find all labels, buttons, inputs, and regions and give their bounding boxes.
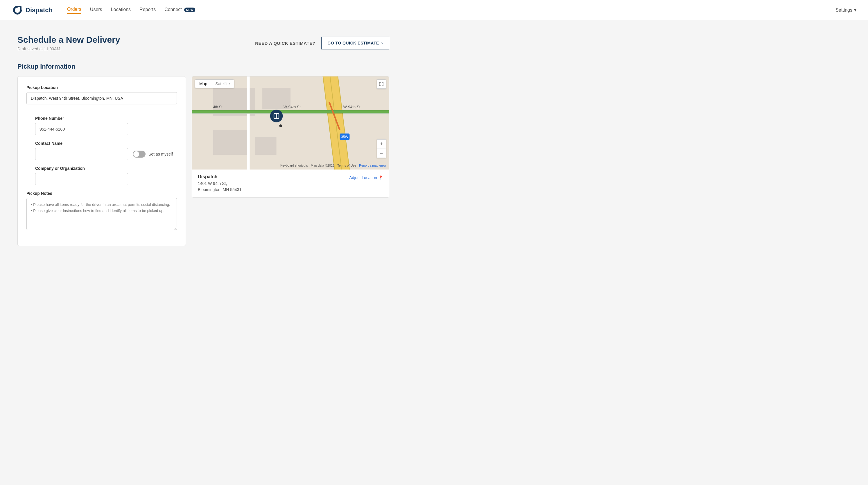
- page-title-area: Schedule a New Delivery Draft saved at 1…: [18, 35, 120, 51]
- map-svg: W-94th St W-94th St 4th St 35W: [192, 77, 389, 170]
- map-footer: Dispatch 1401 W 94th St, Bloomington, MN…: [192, 170, 389, 197]
- draft-saved: Draft saved at 11:00AM.: [18, 47, 120, 51]
- nav-item-connect[interactable]: Connect NEW: [164, 7, 195, 13]
- nav-item-orders[interactable]: Orders: [67, 7, 81, 14]
- map-tabs: Map Satellite: [195, 79, 234, 88]
- map-data-text: Map data ©2022: [311, 164, 335, 167]
- svg-text:W-94th St: W-94th St: [343, 105, 361, 109]
- logo-text: Dispatch: [26, 6, 53, 14]
- pickup-location-input[interactable]: [26, 92, 177, 104]
- main-nav: Orders Users Locations Reports Connect N…: [67, 7, 835, 14]
- set-as-myself-toggle-container: Set as myself: [133, 151, 173, 158]
- contact-row: Set as myself: [35, 148, 177, 160]
- svg-text:35W: 35W: [341, 135, 348, 139]
- company-group: Company or Organization: [26, 166, 177, 185]
- notes-label: Pickup Notes: [26, 191, 177, 196]
- notes-group: Pickup Notes: [26, 191, 177, 231]
- pin-icon: 📍: [378, 175, 383, 180]
- set-as-myself-toggle[interactable]: [133, 151, 146, 158]
- contact-label: Contact Name: [35, 141, 177, 146]
- page-header: Schedule a New Delivery Draft saved at 1…: [18, 35, 389, 51]
- report-error-link[interactable]: Report a map error: [359, 164, 386, 167]
- expand-map-button[interactable]: [377, 79, 386, 89]
- chevron-down-icon: ▾: [854, 7, 857, 13]
- page-title: Schedule a New Delivery: [18, 35, 120, 45]
- pickup-section-title: Pickup Information: [18, 63, 389, 70]
- estimate-label: NEED A QUICK ESTIMATE?: [255, 41, 315, 46]
- svg-text:4th St: 4th St: [213, 105, 222, 109]
- map-location-info: Dispatch 1401 W 94th St, Bloomington, MN…: [198, 174, 241, 193]
- toggle-knob: [133, 151, 139, 157]
- map-tab-map[interactable]: Map: [195, 80, 211, 88]
- adjust-location-button[interactable]: Adjust Location 📍: [349, 175, 383, 180]
- map-container[interactable]: W-94th St W-94th St 4th St 35W: [192, 77, 389, 170]
- nav-item-users[interactable]: Users: [90, 7, 102, 13]
- settings-button[interactable]: Settings ▾: [835, 7, 857, 13]
- phone-input[interactable]: [35, 123, 128, 135]
- terms-of-use-link[interactable]: Terms of Use: [337, 164, 356, 167]
- pickup-notes-textarea[interactable]: [26, 198, 177, 230]
- company-label: Company or Organization: [35, 166, 177, 171]
- company-input[interactable]: [35, 173, 128, 185]
- header: Dispatch Orders Users Locations Reports …: [0, 0, 868, 20]
- quick-estimate-button[interactable]: GO TO QUICK ESTIMATE ›: [321, 37, 389, 50]
- zoom-out-button[interactable]: −: [377, 149, 386, 158]
- svg-text:W-94th St: W-94th St: [283, 105, 301, 109]
- svg-point-26: [279, 124, 282, 127]
- nav-item-locations[interactable]: Locations: [111, 7, 131, 13]
- map-zoom-controls: + −: [377, 139, 386, 158]
- map-tab-satellite[interactable]: Satellite: [211, 80, 234, 88]
- zoom-in-button[interactable]: +: [377, 139, 386, 149]
- svg-rect-4: [213, 130, 248, 155]
- pickup-grid: Pickup Location Phone Number Contact Nam…: [18, 76, 389, 246]
- map-location-name: Dispatch: [198, 174, 241, 179]
- map-card: W-94th St W-94th St 4th St 35W: [192, 76, 389, 198]
- dispatch-logo-icon: [11, 4, 23, 16]
- contact-group: Contact Name Set as myself: [26, 141, 177, 160]
- arrow-right-icon: ›: [381, 41, 383, 45]
- pickup-location-group: Pickup Location: [26, 85, 177, 110]
- map-attribution-right: Keyboard shortcuts Map data ©2022 Terms …: [280, 164, 386, 167]
- phone-label: Phone Number: [35, 116, 177, 121]
- set-as-myself-label: Set as myself: [149, 152, 173, 156]
- nav-item-reports[interactable]: Reports: [140, 7, 156, 13]
- keyboard-shortcuts-link[interactable]: Keyboard shortcuts: [280, 164, 308, 167]
- map-location-addr: 1401 W 94th St, Bloomington, MN 55431: [198, 180, 241, 193]
- phone-group: Phone Number: [26, 116, 177, 135]
- page-content: Schedule a New Delivery Draft saved at 1…: [0, 20, 407, 260]
- connect-new-badge: NEW: [184, 7, 195, 12]
- expand-icon: [379, 82, 384, 86]
- contact-name-input[interactable]: [35, 148, 128, 160]
- pickup-form-card: Pickup Location Phone Number Contact Nam…: [18, 76, 186, 246]
- estimate-area: NEED A QUICK ESTIMATE? GO TO QUICK ESTIM…: [255, 37, 389, 50]
- svg-rect-5: [255, 137, 277, 155]
- logo[interactable]: Dispatch: [11, 4, 53, 16]
- pickup-location-label: Pickup Location: [26, 85, 177, 90]
